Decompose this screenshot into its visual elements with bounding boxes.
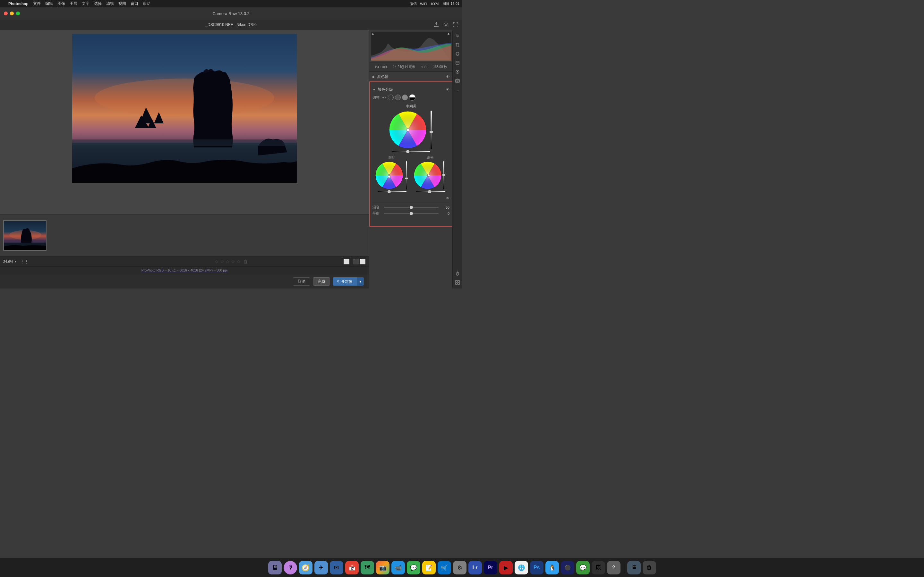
histogram-section: ▲ ▲ [369, 30, 453, 63]
done-button[interactable]: 完成 [313, 277, 330, 285]
midtones-luminance-slider[interactable] [429, 111, 433, 149]
highlights-lum-vslider[interactable] [443, 161, 447, 189]
highlights-label: 高光 [427, 155, 433, 160]
global-mode-button[interactable] [409, 94, 415, 101]
status-wechat: 微信 [410, 1, 417, 6]
mixer-visibility-icon[interactable]: 👁 [446, 75, 449, 79]
snapshot-tool-icon[interactable] [454, 77, 461, 84]
status-wifi: WiFi [420, 2, 427, 6]
menubar-left: Photoshop 文件 编辑 图像 图层 文字 选择 滤镜 视图 窗口 帮助 [3, 1, 150, 6]
status-clock: 周日 16:01 [443, 1, 459, 6]
filmstrip-toggle-icon[interactable]: ⋮⋮ [20, 259, 29, 264]
rating-stars: ☆ ☆ ☆ ☆ ☆ 🗑 [215, 259, 248, 264]
mixer-panel: ▶ 混色器 👁 [369, 71, 453, 81]
highlights-wheel-wrap [414, 161, 447, 189]
adjust-label: 调整 [373, 95, 380, 100]
shadows-mode-button[interactable] [388, 95, 394, 100]
svg-rect-39 [458, 283, 459, 284]
compare-view-icon[interactable]: ⬛⬜ [353, 258, 366, 264]
menubar: Photoshop 文件 编辑 图像 图层 文字 选择 滤镜 视图 窗口 帮助 … [0, 0, 462, 7]
menu-window[interactable]: 窗口 [131, 1, 138, 6]
cancel-button[interactable]: 取消 [293, 277, 310, 285]
image-view-area[interactable] [0, 30, 369, 214]
adjustments-tool-icon[interactable] [454, 32, 461, 39]
menu-help[interactable]: 帮助 [143, 1, 150, 6]
panels-content: ▲ ▲ ISO 100 14-24@14 毫米 f/11 [369, 30, 453, 288]
midtones-wheel[interactable] [389, 111, 427, 149]
star-4[interactable]: ☆ [231, 259, 235, 264]
menu-file[interactable]: 文件 [33, 1, 41, 6]
grid-layout-icon[interactable] [454, 279, 461, 286]
menu-select[interactable]: 选择 [94, 1, 102, 6]
highlights-lum-hslider[interactable] [416, 191, 444, 192]
export-icon[interactable] [433, 21, 439, 28]
star-3[interactable]: ☆ [226, 259, 230, 264]
mask-tool-icon[interactable] [454, 59, 461, 66]
color-profile-text[interactable]: ProPhoto RGB – 16 位 – 6016 x 4016 (24.2M… [142, 268, 228, 273]
main-photo [72, 34, 297, 183]
mixer-panel-header[interactable]: ▶ 混色器 👁 [369, 72, 453, 81]
subtitlebar-actions [433, 21, 459, 28]
menu-view[interactable]: 视图 [118, 1, 126, 6]
mix-slider-thumb[interactable] [410, 206, 413, 209]
color-grading-header[interactable]: ▼ 颜色分级 👁 [373, 85, 449, 94]
close-button[interactable] [4, 11, 8, 15]
app-name[interactable]: Photoshop [8, 2, 29, 6]
shadows-dot[interactable] [388, 175, 391, 178]
star-1[interactable]: ☆ [215, 259, 219, 264]
delete-icon[interactable]: 🗑 [243, 259, 248, 264]
menu-layer[interactable]: 图层 [69, 1, 78, 6]
midtones-mode-button[interactable] [395, 95, 401, 100]
single-view-icon[interactable]: ⬜ [343, 258, 350, 264]
shadows-wheel-wrap [375, 161, 409, 189]
shadows-lum-vslider[interactable] [405, 161, 409, 189]
minimize-button[interactable] [10, 11, 14, 15]
more-tools-icon[interactable]: ··· [454, 86, 461, 93]
open-dropdown-button[interactable]: ▼ [357, 277, 364, 285]
zoom-dropdown-icon[interactable]: ▼ [14, 260, 17, 263]
histogram-clipping-left[interactable]: ▲ [371, 32, 375, 35]
highlights-wheel[interactable] [414, 161, 442, 189]
exif-iso: ISO 100 [375, 65, 387, 69]
menu-image[interactable]: 图像 [57, 1, 65, 6]
redeye-tool-icon[interactable] [454, 68, 461, 75]
shadows-section: 阴影 [375, 155, 409, 192]
highlights-section-eye[interactable]: 👁 [446, 196, 449, 200]
exif-aperture: f/11 [422, 65, 427, 69]
menu-text[interactable]: 文字 [82, 1, 89, 6]
star-2[interactable]: ☆ [220, 259, 224, 264]
svg-rect-36 [456, 280, 457, 282]
color-grading-panel: ▼ 颜色分级 👁 调整 ⋯ [369, 81, 453, 227]
fullscreen-icon[interactable] [452, 21, 459, 28]
color-grading-visibility-icon[interactable]: 👁 [446, 87, 449, 91]
midtones-dot[interactable] [406, 128, 409, 131]
midtones-section: 中间调 [373, 104, 449, 152]
midtones-lum-hslider[interactable] [392, 151, 430, 152]
crop-tool-icon[interactable] [454, 41, 461, 48]
balance-slider-thumb[interactable] [410, 212, 413, 215]
thumbnail-item[interactable] [3, 220, 47, 251]
star-5[interactable]: ☆ [236, 259, 241, 264]
open-object-button[interactable]: 打开对象 [333, 277, 357, 285]
balance-slider-track-container[interactable] [384, 213, 439, 214]
all-adjust-icon[interactable]: ⋯ [381, 95, 386, 100]
maximize-button[interactable] [16, 11, 20, 15]
highlights-mode-button[interactable] [402, 95, 408, 100]
mode-selector [388, 94, 415, 101]
balance-value: 0 [441, 211, 449, 215]
svg-rect-37 [458, 280, 459, 282]
menu-filter[interactable]: 滤镜 [106, 1, 114, 6]
hand-tool-icon[interactable] [454, 270, 461, 277]
menu-edit[interactable]: 编辑 [45, 1, 53, 6]
zoom-control[interactable]: 24.6% ▼ ⋮⋮ [3, 259, 29, 264]
svg-rect-38 [456, 283, 457, 284]
mix-slider-track-container[interactable] [384, 207, 439, 208]
shadows-wheel[interactable] [375, 161, 403, 189]
histogram-clipping-right[interactable]: ▲ [447, 32, 450, 35]
color-grading-chevron-icon: ▼ [373, 88, 376, 91]
shadows-lum-hslider[interactable] [378, 191, 406, 192]
heal-tool-icon[interactable] [454, 50, 461, 57]
settings-icon[interactable] [443, 21, 449, 28]
shadows-label: 阴影 [389, 155, 395, 160]
highlights-dot[interactable] [427, 174, 430, 177]
